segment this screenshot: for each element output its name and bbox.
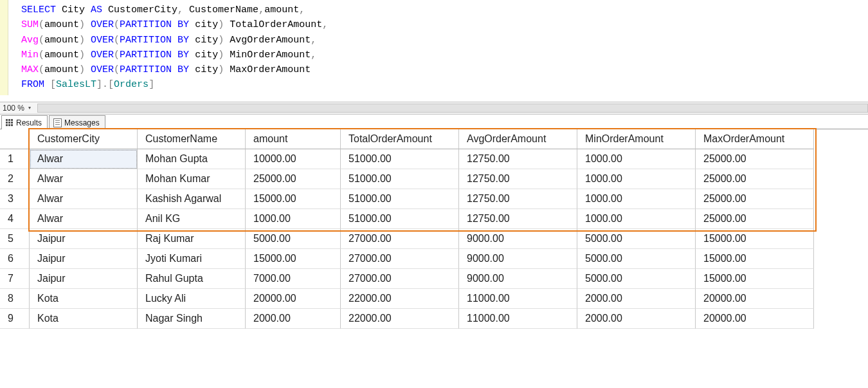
grid-cell[interactable]: Alwar xyxy=(30,149,138,169)
sql-editor[interactable]: SELECT City AS CustomerCity, CustomerNam… xyxy=(0,0,868,102)
grid-cell[interactable]: Rahul Gupta xyxy=(138,269,246,289)
grid-cell[interactable]: 12750.00 xyxy=(459,189,577,209)
results-tabs: Results Messages xyxy=(0,115,868,129)
sql-code[interactable]: SELECT City AS CustomerCity, CustomerNam… xyxy=(8,0,328,95)
grid-cell[interactable]: Jaipur xyxy=(30,249,138,269)
grid-cell[interactable]: 5000.00 xyxy=(577,269,696,289)
grid-cell[interactable]: 15000.00 xyxy=(246,249,341,269)
column-header[interactable]: MinOrderAmount xyxy=(577,129,696,149)
grid-cell[interactable]: 15000.00 xyxy=(696,249,814,269)
grid-cell[interactable]: 9000.00 xyxy=(459,249,577,269)
grid-cell[interactable]: Kota xyxy=(30,289,138,309)
grid-cell[interactable]: 15000.00 xyxy=(246,189,341,209)
row-header-corner xyxy=(0,129,30,149)
grid-cell[interactable]: Lucky Ali xyxy=(138,289,246,309)
row-number[interactable]: 6 xyxy=(0,249,30,269)
tab-results[interactable]: Results xyxy=(1,115,48,129)
grid-cell[interactable]: 12750.00 xyxy=(459,149,577,169)
grid-cell[interactable]: Alwar xyxy=(30,169,138,189)
tab-results-label: Results xyxy=(16,118,42,127)
grid-cell[interactable]: Alwar xyxy=(30,189,138,209)
grid-cell[interactable]: 27000.00 xyxy=(341,229,459,249)
grid-cell[interactable]: 20000.00 xyxy=(696,309,814,329)
grid-cell[interactable]: 1000.00 xyxy=(577,189,696,209)
grid-cell[interactable]: 15000.00 xyxy=(696,269,814,289)
zoom-level-label[interactable]: 100 % xyxy=(3,104,24,113)
grid-cell[interactable]: 22000.00 xyxy=(341,309,459,329)
tab-messages[interactable]: Messages xyxy=(49,115,105,129)
grid-cell[interactable]: Nagar Singh xyxy=(138,309,246,329)
grid-cell[interactable]: 25000.00 xyxy=(696,189,814,209)
zoom-bar: 100 % ▾ xyxy=(0,102,868,115)
grid-cell[interactable]: 11000.00 xyxy=(459,289,577,309)
grid-cell[interactable]: 1000.00 xyxy=(577,149,696,169)
results-grid[interactable]: CustomerCityCustomerNameamountTotalOrder… xyxy=(0,129,868,329)
grid-cell[interactable]: 51000.00 xyxy=(341,209,459,229)
grid-cell[interactable]: 25000.00 xyxy=(696,209,814,229)
row-number[interactable]: 7 xyxy=(0,269,30,289)
grid-cell[interactable]: 1000.00 xyxy=(577,169,696,189)
grid-cell[interactable]: 10000.00 xyxy=(246,149,341,169)
results-area: CustomerCityCustomerNameamountTotalOrder… xyxy=(0,129,868,329)
grid-cell[interactable]: Jaipur xyxy=(30,269,138,289)
grid-cell[interactable]: Kota xyxy=(30,309,138,329)
grid-cell[interactable]: 25000.00 xyxy=(696,169,814,189)
grid-cell[interactable]: 1000.00 xyxy=(577,209,696,229)
grid-cell[interactable]: 22000.00 xyxy=(341,289,459,309)
grid-cell[interactable]: 51000.00 xyxy=(341,149,459,169)
sheet-icon xyxy=(53,118,62,127)
grid-cell[interactable]: 7000.00 xyxy=(246,269,341,289)
grid-cell[interactable]: 1000.00 xyxy=(246,209,341,229)
column-header[interactable]: MaxOrderAmount xyxy=(696,129,814,149)
column-header[interactable]: CustomerName xyxy=(138,129,246,149)
grid-cell[interactable]: 51000.00 xyxy=(341,189,459,209)
grid-cell[interactable]: Kashish Agarwal xyxy=(138,189,246,209)
grid-cell[interactable]: Raj Kumar xyxy=(138,229,246,249)
grid-cell[interactable]: 20000.00 xyxy=(696,289,814,309)
column-header[interactable]: CustomerCity xyxy=(30,129,138,149)
row-number[interactable]: 2 xyxy=(0,169,30,189)
horizontal-scrollbar[interactable] xyxy=(37,104,868,113)
grid-cell[interactable]: Jyoti Kumari xyxy=(138,249,246,269)
grid-cell[interactable]: 11000.00 xyxy=(459,309,577,329)
grid-cell[interactable]: 25000.00 xyxy=(696,149,814,169)
grid-cell[interactable]: Mohan Kumar xyxy=(138,169,246,189)
column-header[interactable]: TotalOrderAmount xyxy=(341,129,459,149)
row-number[interactable]: 1 xyxy=(0,149,30,169)
grid-cell[interactable]: Anil KG xyxy=(138,209,246,229)
row-number[interactable]: 8 xyxy=(0,289,30,309)
grid-cell[interactable]: 5000.00 xyxy=(246,229,341,249)
grid-cell[interactable]: Alwar xyxy=(30,209,138,229)
grid-cell[interactable]: Jaipur xyxy=(30,229,138,249)
grid-cell[interactable]: 25000.00 xyxy=(246,169,341,189)
grid-cell[interactable]: 9000.00 xyxy=(459,229,577,249)
row-number[interactable]: 9 xyxy=(0,309,30,329)
grid-cell[interactable]: 2000.00 xyxy=(577,289,696,309)
grid-cell[interactable]: 12750.00 xyxy=(459,209,577,229)
grid-cell[interactable]: 12750.00 xyxy=(459,169,577,189)
grid-cell[interactable]: 9000.00 xyxy=(459,269,577,289)
column-header[interactable]: amount xyxy=(246,129,341,149)
row-number[interactable]: 3 xyxy=(0,189,30,209)
row-number[interactable]: 4 xyxy=(0,209,30,229)
grid-icon xyxy=(6,119,14,127)
grid-cell[interactable]: 27000.00 xyxy=(341,249,459,269)
grid-cell[interactable]: 51000.00 xyxy=(341,169,459,189)
tab-messages-label: Messages xyxy=(64,118,100,127)
grid-cell[interactable]: 27000.00 xyxy=(341,269,459,289)
grid-cell[interactable]: 15000.00 xyxy=(696,229,814,249)
row-number[interactable]: 5 xyxy=(0,229,30,249)
grid-cell[interactable]: 2000.00 xyxy=(577,309,696,329)
grid-cell[interactable]: 20000.00 xyxy=(246,289,341,309)
editor-gutter xyxy=(0,0,8,95)
zoom-dropdown-icon[interactable]: ▾ xyxy=(28,105,31,111)
grid-cell[interactable]: 5000.00 xyxy=(577,229,696,249)
grid-cell[interactable]: Mohan Gupta xyxy=(138,149,246,169)
column-header[interactable]: AvgOrderAmount xyxy=(459,129,577,149)
grid-cell[interactable]: 5000.00 xyxy=(577,249,696,269)
grid-cell[interactable]: 2000.00 xyxy=(246,309,341,329)
